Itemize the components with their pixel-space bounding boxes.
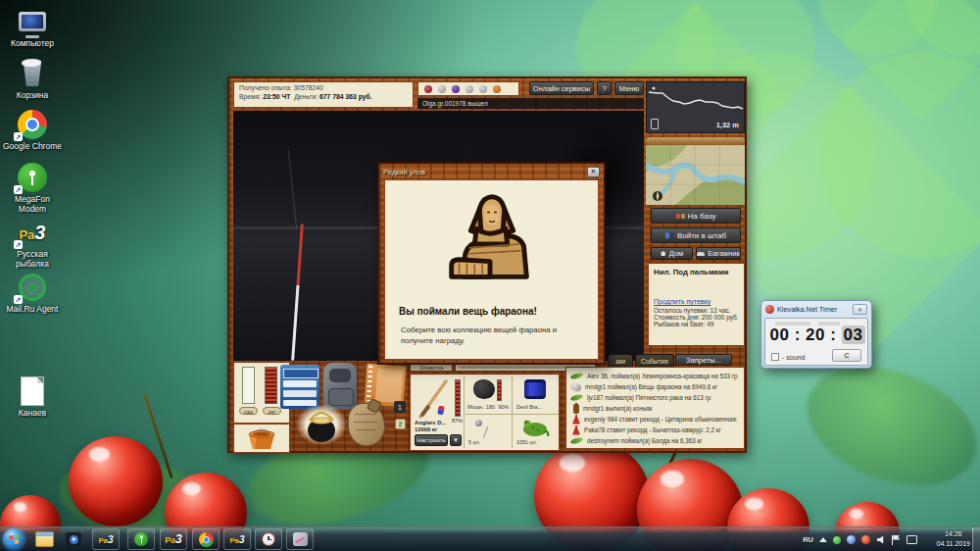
reel-power: Мощн.: 180 xyxy=(467,404,495,410)
timer-reset-button[interactable]: C xyxy=(832,349,861,362)
timer-display: 00 : 20 : 03 xyxy=(765,326,869,345)
rod-slot-2[interactable]: 2 xyxy=(395,419,406,429)
shortcut-arrow-icon: ↗ xyxy=(14,132,23,141)
expand-button[interactable]: ▼ xyxy=(450,434,462,446)
show-desktop-button[interactable] xyxy=(972,527,980,551)
bans-button[interactable]: Запреты... xyxy=(675,354,732,366)
bait-icon[interactable] xyxy=(466,85,473,93)
xp-value: 30578240 xyxy=(294,84,323,91)
tray-red-icon[interactable] xyxy=(861,535,870,544)
rf3-icon: Ра3 ↗ xyxy=(2,216,63,249)
map-image xyxy=(646,145,745,205)
online-services-button[interactable]: Онлайн сервисы xyxy=(529,81,594,95)
taskbar-item-megafon[interactable] xyxy=(127,528,155,550)
line-cell[interactable]: Devil Bra... xyxy=(513,376,559,415)
bait-quickbar[interactable] xyxy=(417,81,519,96)
tab-events[interactable]: События xyxy=(635,354,674,367)
home-button[interactable]: Дом xyxy=(651,247,693,260)
tab-bites[interactable]: зки xyxy=(608,354,633,367)
to-base-button[interactable]: На базу xyxy=(651,208,741,224)
rod-slot-1[interactable]: 1 xyxy=(394,401,406,413)
tray-clock[interactable]: 14:26 04.11.2019 xyxy=(936,529,970,549)
desktop-icon-computer[interactable]: Компьютер xyxy=(2,5,63,49)
desktop-icon-mailru-agent[interactable]: @ ↗ Mail.Ru Agent xyxy=(2,271,63,315)
sound-option[interactable]: - sound xyxy=(771,353,805,361)
help-button[interactable]: ? xyxy=(597,81,612,95)
line-spool-image xyxy=(524,379,546,399)
hook-count: 5 шт. xyxy=(468,439,480,445)
close-icon[interactable]: ✕ xyxy=(853,304,867,315)
line-name: Devil Bra... xyxy=(516,404,542,410)
show-hidden-icons-button[interactable] xyxy=(819,537,827,542)
bucket-slot[interactable] xyxy=(233,424,290,453)
language-indicator[interactable]: RU xyxy=(803,535,813,544)
bait-icon[interactable] xyxy=(424,85,432,93)
shortcut-arrow-icon: ↗ xyxy=(14,240,23,249)
extend-ticket-link[interactable]: Продлить путевку xyxy=(654,298,739,305)
reel-cell[interactable]: Мощн.: 180 90% xyxy=(466,376,513,415)
taskbar-item-timer[interactable] xyxy=(255,528,282,550)
bait-icon[interactable] xyxy=(452,85,460,93)
timer-seconds: 03 xyxy=(842,326,865,344)
event-text: ljv187 поймал(а) Пятнистого рака на 613 … xyxy=(587,394,710,401)
sack-item[interactable] xyxy=(348,403,385,448)
timer-titlebar[interactable]: Klevalka.Net Timer ✕ xyxy=(761,301,871,317)
configure-button[interactable]: Настроить xyxy=(415,434,448,446)
pot-item[interactable] xyxy=(296,402,347,447)
explorer-icon xyxy=(35,531,54,547)
bait-icon[interactable] xyxy=(493,85,501,93)
megafon-icon xyxy=(134,532,148,546)
network-icon[interactable] xyxy=(906,535,917,544)
desktop-icon-recycle-bin[interactable]: Корзина xyxy=(2,57,63,101)
fishing-line xyxy=(288,150,297,228)
sound-label: - sound xyxy=(782,354,805,361)
rod-capacity: 12000 кг xyxy=(415,426,437,432)
chat-status-message: Olga.gr.001978 вышел xyxy=(422,100,488,107)
rod-name: Anglers D... xyxy=(415,420,446,426)
taskbar-item-media-player[interactable] xyxy=(60,528,87,550)
close-icon[interactable]: ✕ xyxy=(587,167,600,177)
taskbar-item-rf3[interactable]: Ра3 xyxy=(223,528,251,550)
taskbar-item-explorer[interactable] xyxy=(30,528,58,550)
tray-green-icon[interactable] xyxy=(833,536,841,544)
mailru-agent-icon: @ ↗ xyxy=(2,271,63,304)
fishermen-count: Рыбаков на базе: 49 xyxy=(654,321,739,327)
rod-cell[interactable]: 87% Anglers D... 12000 кг Настроить ▼ xyxy=(413,376,465,448)
home-label: Дом xyxy=(669,249,684,258)
desktop-icon-megafon[interactable]: ↗ MegaFon Modem xyxy=(2,161,63,215)
desktop-icon-document[interactable]: Канаев xyxy=(2,375,63,419)
rod-durability-pct: 87% xyxy=(452,418,463,424)
bait-cell[interactable]: 1051 шт. xyxy=(513,415,559,448)
taskbar-item-paint[interactable] xyxy=(286,528,314,550)
hook-cell[interactable]: 5 шт. xyxy=(466,415,513,448)
map-panel[interactable] xyxy=(646,137,745,205)
trunk-button[interactable]: Багажник xyxy=(696,247,741,260)
event-row: mndgr1 выпил(а) коньяк xyxy=(570,403,740,414)
enter-hq-button[interactable]: Войти в штаб xyxy=(651,227,741,243)
dialog-headline: Вы поймали вещь фараона! xyxy=(385,300,598,317)
taskbar-item-rf3[interactable]: Ра3 xyxy=(92,528,120,550)
recycle-bin-icon xyxy=(2,57,63,90)
menu-button[interactable]: Меню xyxy=(614,81,644,95)
map-scroll-bar xyxy=(646,137,745,145)
taskbar-item-chrome[interactable] xyxy=(192,528,220,550)
shortcut-arrow-icon: ↗ xyxy=(14,185,23,194)
volume-icon[interactable] xyxy=(876,535,886,544)
desktop-icon-russian-fishing[interactable]: Ра3 ↗ Русская рыбалка xyxy=(2,216,63,270)
desktop-icon-chrome[interactable]: ↗ Google Chrome xyxy=(2,108,63,152)
start-button[interactable] xyxy=(3,528,24,550)
action-center-flag-icon[interactable] xyxy=(892,535,901,545)
expand-label: ▼ xyxy=(453,437,459,443)
dialog-titlebar: Редкий улов ✕ xyxy=(379,164,604,179)
bait-icon[interactable] xyxy=(438,85,446,93)
timer-title: Klevalka.Net Timer xyxy=(777,305,850,314)
fishing-rod[interactable] xyxy=(291,224,303,361)
bait-icon[interactable] xyxy=(479,85,487,93)
taskbar-item-rf3[interactable]: Ра3 xyxy=(160,528,187,550)
sound-checkbox[interactable] xyxy=(771,353,779,361)
reel-durability-bar xyxy=(497,379,502,401)
tray-agent-icon[interactable] xyxy=(847,535,856,544)
configure-label: Настроить xyxy=(416,437,445,443)
lure-icon xyxy=(570,372,583,379)
dialog-title: Редкий улов xyxy=(383,168,425,176)
